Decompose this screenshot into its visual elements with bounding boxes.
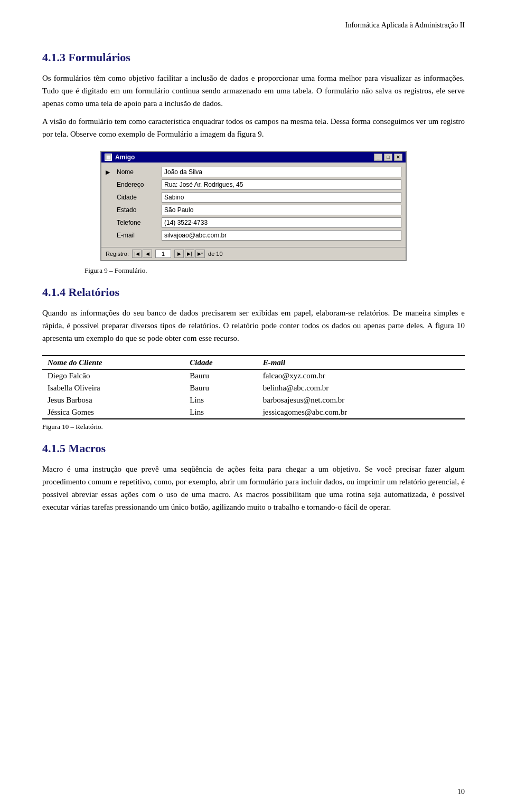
form-icon: ▦ — [105, 154, 112, 161]
section-413-title: 4.1.3 Formulários — [42, 51, 465, 64]
field-estado[interactable]: São Paulo — [162, 205, 401, 215]
form-row-cidade: Cidade Sabino — [106, 192, 401, 203]
section-415-para-1: Macro é uma instrução que prevê uma seqü… — [42, 463, 465, 513]
record-number[interactable]: 1 — [155, 250, 171, 258]
section-414-para-1: Quando as informações do seu banco de da… — [42, 307, 465, 345]
nav-new-button[interactable]: ▶* — [195, 250, 205, 258]
cell-email-1: falcao@xyz.com.br — [258, 370, 465, 383]
table-row: Jéssica Gomes Lins jessicagomes@abc.com.… — [42, 406, 465, 419]
page-header: Informática Aplicada à Administração II — [42, 21, 465, 30]
cell-nome-2: Isabella Oliveira — [42, 382, 184, 394]
field-telefone[interactable]: (14) 3522-4733 — [162, 217, 401, 228]
record-indicator: ▶ — [106, 169, 114, 176]
cell-cidade-1: Bauru — [184, 370, 257, 383]
table-row: Isabella Oliveira Bauru belinha@abc.com.… — [42, 382, 465, 394]
form-titlebar-left: ▦ Amigo — [105, 154, 135, 161]
label-cidade: Cidade — [114, 192, 162, 203]
registro-label: Registro: — [106, 251, 129, 257]
cell-nome-1: Diego Falcão — [42, 370, 184, 383]
section-415: 4.1.5 Macros Macro é uma instrução que p… — [42, 442, 465, 513]
cell-email-4: jessicagomes@abc.com.br — [258, 406, 465, 419]
form-row-estado: Estado São Paulo — [106, 205, 401, 215]
header-title: Informática Aplicada à Administração II — [345, 21, 465, 29]
form-body: ▶ Nome João da Silva Endereço Rua: José … — [101, 163, 406, 247]
field-cidade[interactable]: Sabino — [162, 192, 401, 203]
field-email[interactable]: silvajoao@abc.com.br — [162, 230, 401, 241]
form-titlebar-buttons: _ □ ✕ — [374, 154, 402, 161]
section-413-para-1: Os formulários têm como objetivo facilit… — [42, 72, 465, 110]
table-row: Diego Falcão Bauru falcao@xyz.com.br — [42, 370, 465, 383]
form-footer: Registro: |◀ ◀ 1 ▶ ▶| ▶* de 10 — [101, 247, 406, 260]
close-button[interactable]: ✕ — [394, 154, 402, 161]
col-header-email: E-mail — [258, 356, 465, 370]
figure10-caption: Figura 10 – Relatório. — [42, 423, 465, 431]
form-titlebar: ▦ Amigo _ □ ✕ — [101, 152, 406, 163]
section-413: 4.1.3 Formulários Os formulários têm com… — [42, 51, 465, 140]
table-row: Jesus Barbosa Lins barbosajesus@net.com.… — [42, 394, 465, 406]
label-nome: Nome — [114, 167, 162, 177]
nav-next-button[interactable]: ▶ — [174, 250, 184, 258]
form-title: Amigo — [115, 154, 135, 161]
nav-next-buttons: ▶ ▶| ▶* — [174, 250, 205, 258]
form-row-nome: ▶ Nome João da Silva — [106, 167, 401, 177]
cell-cidade-3: Lins — [184, 394, 257, 406]
report-table-head: Nome do Cliente Cidade E-mail — [42, 356, 465, 370]
report-table: Nome do Cliente Cidade E-mail Diego Falc… — [42, 355, 465, 419]
section-414-title: 4.1.4 Relatórios — [42, 285, 465, 299]
nav-last-button[interactable]: ▶| — [185, 250, 194, 258]
field-nome[interactable]: João da Silva — [162, 167, 401, 177]
cell-cidade-4: Lins — [184, 406, 257, 419]
cell-nome-4: Jéssica Gomes — [42, 406, 184, 419]
label-endereco: Endereço — [114, 179, 162, 190]
nav-buttons: |◀ ◀ — [132, 250, 152, 258]
label-estado: Estado — [114, 205, 162, 215]
report-table-body: Diego Falcão Bauru falcao@xyz.com.br Isa… — [42, 370, 465, 419]
form-row-telefone: Telefone (14) 3522-4733 — [106, 217, 401, 228]
cell-email-3: barbosajesus@net.com.br — [258, 394, 465, 406]
section-414: 4.1.4 Relatórios Quando as informações d… — [42, 285, 465, 345]
cell-email-2: belinha@abc.com.br — [258, 382, 465, 394]
label-email: E-mail — [114, 230, 162, 241]
report-table-header-row: Nome do Cliente Cidade E-mail — [42, 356, 465, 370]
cell-nome-3: Jesus Barbosa — [42, 394, 184, 406]
col-header-nome: Nome do Cliente — [42, 356, 184, 370]
figure9-caption: Figura 9 – Formulário. — [84, 266, 465, 275]
form-row-endereco: Endereço Rua: José Ar. Rodrigues, 45 — [106, 179, 401, 190]
section-413-para-2: A visão do formulário tem como caracterí… — [42, 115, 465, 140]
cell-cidade-2: Bauru — [184, 382, 257, 394]
page: Informática Aplicada à Administração II … — [0, 0, 507, 812]
minimize-button[interactable]: _ — [374, 154, 382, 161]
form-row-email: E-mail silvajoao@abc.com.br — [106, 230, 401, 241]
nav-first-button[interactable]: |◀ — [132, 250, 142, 258]
page-number: 10 — [457, 788, 465, 796]
nav-prev-button[interactable]: ◀ — [143, 250, 152, 258]
label-telefone: Telefone — [114, 217, 162, 228]
section-415-title: 4.1.5 Macros — [42, 442, 465, 455]
total-records: de 10 — [208, 251, 223, 257]
maximize-button[interactable]: □ — [384, 154, 392, 161]
field-endereco[interactable]: Rua: José Ar. Rodrigues, 45 — [162, 179, 401, 190]
col-header-cidade: Cidade — [184, 356, 257, 370]
form-window: ▦ Amigo _ □ ✕ ▶ Nome João da Silva Ender… — [100, 151, 407, 261]
